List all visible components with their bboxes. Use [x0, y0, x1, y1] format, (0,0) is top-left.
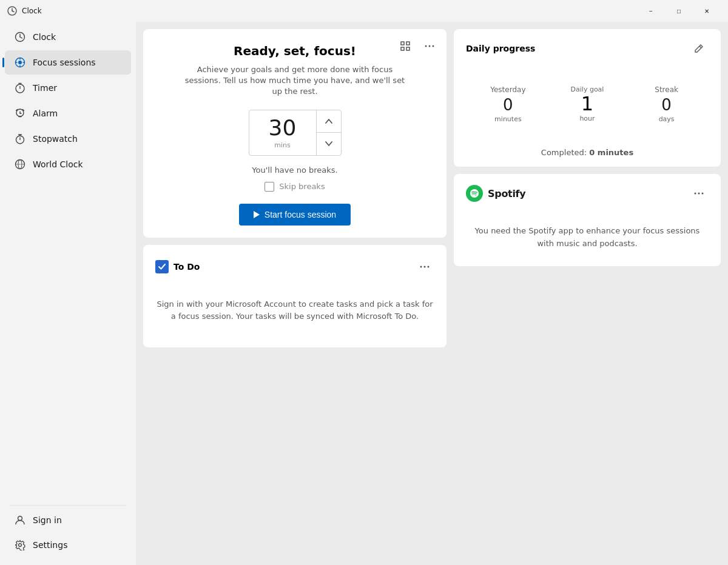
- sidebar-label-settings: Settings: [33, 540, 67, 550]
- spotify-brand-name: Spotify: [488, 188, 525, 199]
- sidebar-item-clock[interactable]: Clock: [5, 25, 131, 49]
- focus-icon: [15, 57, 25, 68]
- sidebar-item-sign-in[interactable]: Sign in: [5, 508, 131, 532]
- play-icon: [254, 211, 260, 218]
- completed-value: 0 minutes: [589, 148, 633, 157]
- settings-icon: [15, 540, 25, 550]
- todo-more-button[interactable]: [415, 257, 434, 276]
- svg-point-44: [702, 193, 704, 195]
- sidebar-item-world-clock[interactable]: World Clock: [5, 152, 131, 176]
- dp-completed: Completed: 0 minutes: [466, 148, 709, 157]
- expand-icon: [400, 41, 410, 51]
- svg-point-34: [429, 45, 431, 47]
- clock-app-icon: [7, 6, 17, 16]
- time-picker: 30 mins: [249, 110, 342, 156]
- svg-point-28: [19, 544, 22, 547]
- dp-stats: Yesterday 0 minutes Daily goal: [466, 68, 709, 141]
- sidebar-item-stopwatch[interactable]: Stopwatch: [5, 127, 131, 151]
- chevron-up-icon: [325, 119, 332, 124]
- skip-breaks-label: Skip breaks: [279, 182, 325, 191]
- time-controls: [316, 110, 341, 155]
- sidebar-item-settings[interactable]: Settings: [5, 533, 131, 557]
- daily-progress-card: Daily progress Yesterday 0 minutes: [454, 29, 721, 167]
- svg-point-43: [698, 193, 700, 195]
- svg-point-37: [424, 266, 426, 267]
- titlebar-controls: − □ ✕: [637, 0, 721, 22]
- focus-card-header: [396, 36, 439, 56]
- streak-label: Streak: [630, 85, 703, 94]
- svg-point-27: [18, 517, 22, 521]
- spotify-more-button[interactable]: [689, 184, 709, 203]
- sidebar-item-alarm[interactable]: Alarm: [5, 101, 131, 125]
- sidebar-label-timer: Timer: [33, 83, 57, 93]
- dp-edit-button[interactable]: [689, 39, 709, 58]
- maximize-button[interactable]: □: [665, 0, 693, 22]
- svg-rect-31: [401, 47, 404, 50]
- svg-point-36: [420, 266, 422, 267]
- sidebar-label-clock: Clock: [33, 32, 56, 42]
- start-focus-button[interactable]: Start focus session: [239, 204, 351, 226]
- dp-center-content: Daily goal 1 hour: [571, 85, 604, 122]
- dp-header: Daily progress: [466, 39, 709, 58]
- svg-rect-29: [401, 42, 404, 45]
- sidebar-label-sign-in: Sign in: [33, 515, 62, 525]
- time-decrement-button[interactable]: [317, 133, 341, 155]
- time-value: 30 mins: [249, 111, 316, 154]
- close-button[interactable]: ✕: [693, 0, 721, 22]
- checkmark-icon: [158, 262, 166, 271]
- main-content: Ready, set, focus! Achieve your goals an…: [136, 22, 728, 565]
- sidebar-divider: [10, 505, 126, 506]
- todo-title: To Do: [174, 262, 410, 272]
- app-body: Clock Focus sessions Timer Alarm Stopwat: [0, 22, 728, 565]
- left-panel: Ready, set, focus! Achieve your goals an…: [143, 29, 447, 558]
- sidebar-label-focus: Focus sessions: [33, 58, 96, 67]
- sp-header: Spotify: [466, 184, 709, 203]
- breaks-text: You'll have no breaks.: [252, 165, 337, 175]
- sidebar-item-focus-sessions[interactable]: Focus sessions: [5, 50, 131, 75]
- clock-icon: [15, 32, 25, 42]
- dp-progress-ring: Daily goal 1 hour: [551, 68, 624, 141]
- time-unit: mins: [274, 141, 290, 149]
- more-options-icon: [425, 41, 434, 51]
- spotify-message: You need the Spotify app to enhance your…: [466, 213, 709, 256]
- yesterday-value: 0: [472, 96, 544, 114]
- completed-label: Completed:: [541, 148, 587, 157]
- dp-stat-streak: Streak 0 days: [630, 85, 703, 123]
- svg-line-5: [20, 37, 22, 38]
- chevron-down-icon: [325, 141, 332, 146]
- daily-goal-unit: hour: [571, 115, 604, 123]
- sidebar-bottom: Sign in Settings: [0, 503, 136, 563]
- spotify-icon: [469, 188, 480, 199]
- more-options-button[interactable]: [420, 36, 439, 56]
- svg-point-42: [695, 193, 696, 195]
- spotify-more-icon: [694, 189, 704, 198]
- skip-breaks-checkbox[interactable]: [265, 182, 274, 192]
- right-panel: Daily progress Yesterday 0 minutes: [454, 29, 721, 558]
- focus-title: Ready, set, focus!: [234, 44, 356, 58]
- yesterday-label: Yesterday: [472, 85, 544, 94]
- dp-stat-yesterday: Yesterday 0 minutes: [472, 85, 544, 123]
- sign-in-icon: [15, 515, 25, 526]
- todo-card-header: To Do: [155, 257, 434, 276]
- start-button-label: Start focus session: [265, 210, 336, 219]
- focus-card: Ready, set, focus! Achieve your goals an…: [143, 29, 447, 238]
- skip-breaks-container[interactable]: Skip breaks: [265, 182, 325, 192]
- daily-goal-value: 1: [571, 93, 604, 115]
- sidebar-item-timer[interactable]: Timer: [5, 76, 131, 100]
- svg-point-7: [18, 61, 22, 64]
- svg-rect-30: [406, 42, 410, 45]
- sidebar-label-alarm: Alarm: [33, 109, 58, 118]
- todo-app-icon: [155, 260, 169, 273]
- time-increment-button[interactable]: [317, 110, 341, 133]
- spotify-card: Spotify You need the Spotify app to enha…: [454, 174, 721, 266]
- svg-point-35: [433, 45, 434, 47]
- expand-button[interactable]: [396, 36, 415, 56]
- dp-circle-container: Daily goal 1 hour: [544, 68, 631, 141]
- streak-unit: days: [630, 115, 703, 123]
- stopwatch-icon: [15, 133, 25, 144]
- focus-subtitle: Achieve your goals and get more done wit…: [180, 64, 410, 98]
- sidebar-label-world-clock: World Clock: [33, 159, 83, 169]
- time-number: 30: [269, 116, 297, 140]
- minimize-button[interactable]: −: [637, 0, 665, 22]
- svg-point-33: [425, 45, 427, 47]
